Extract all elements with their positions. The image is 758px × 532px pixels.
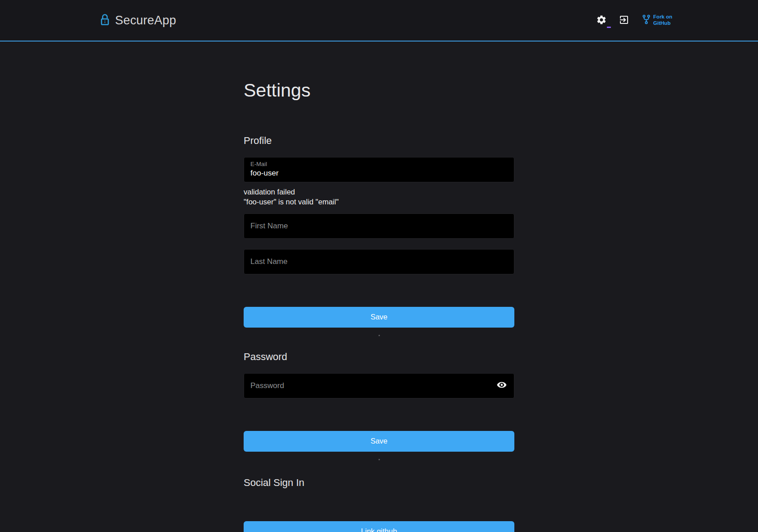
profile-section-heading: Profile [244, 135, 514, 147]
email-field-label: E-Mail [250, 161, 508, 167]
logout-icon [619, 14, 629, 27]
lock-icon [100, 14, 110, 28]
password-field[interactable] [244, 373, 514, 398]
toggle-password-visibility-button[interactable] [496, 380, 508, 392]
gear-icon [596, 14, 607, 27]
password-save-button[interactable]: Save [244, 431, 514, 452]
password-input[interactable] [250, 381, 508, 390]
settings-button[interactable] [594, 13, 609, 28]
link-github-button[interactable]: Link github [244, 521, 514, 532]
gear-caret-mark [607, 27, 611, 28]
settings-page: Settings Profile E-Mail validation faile… [244, 42, 514, 532]
email-field[interactable]: E-Mail [244, 157, 514, 182]
first-name-input[interactable] [250, 222, 508, 231]
fork-on-github-link[interactable]: Fork on GitHub [642, 14, 672, 27]
fork-link-label: Fork on GitHub [653, 14, 672, 27]
last-name-field[interactable] [244, 249, 514, 274]
profile-save-button[interactable]: Save [244, 307, 514, 328]
section-divider-dot [379, 459, 380, 460]
last-name-input[interactable] [250, 257, 508, 266]
navbar: SecureApp [0, 0, 758, 42]
first-name-field[interactable] [244, 213, 514, 239]
section-divider-dot [379, 335, 380, 336]
email-validation-message: validation failed "foo-user" is not vali… [244, 187, 514, 207]
validation-line-1: validation failed [244, 187, 514, 197]
git-fork-icon [642, 14, 650, 26]
password-section-heading: Password [244, 351, 514, 363]
navbar-actions: Fork on GitHub [594, 13, 672, 28]
app-title: SecureApp [115, 14, 176, 28]
page-title: Settings [244, 42, 514, 101]
eye-icon [496, 379, 507, 392]
email-input[interactable] [250, 169, 508, 178]
social-signin-heading: Social Sign In [244, 477, 514, 489]
app-brand[interactable]: SecureApp [100, 14, 176, 28]
validation-line-2: "foo-user" is not valid "email" [244, 197, 514, 207]
logout-button[interactable] [616, 13, 632, 28]
